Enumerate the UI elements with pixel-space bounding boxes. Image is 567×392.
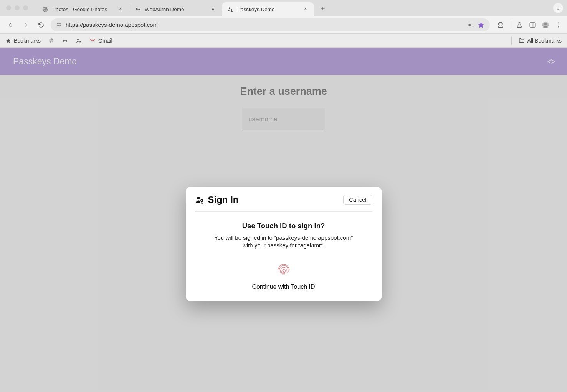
bookmark-gmail[interactable]: Gmail	[89, 38, 112, 44]
modal-description: You will be signed in to “passkeys-demo.…	[195, 234, 372, 250]
svg-rect-2	[139, 9, 140, 10]
browser-chrome: Photos - Google Photos × WebAuthn Demo ×…	[0, 0, 567, 48]
fingerprint-icon[interactable]	[274, 260, 293, 278]
signin-modal: Sign In Cancel Use Touch ID to sign in? …	[186, 187, 382, 301]
address-bar[interactable]: https://passkeys-demo.appspot.com	[51, 18, 490, 31]
svg-rect-11	[473, 25, 474, 26]
page-content: Passkeys Demo <> Enter a username Authen…	[0, 48, 567, 392]
tab-overflow-button[interactable]: ⌄	[553, 3, 563, 13]
all-bookmarks-label: All Bookmarks	[527, 38, 562, 44]
window-controls[interactable]	[6, 5, 28, 10]
site-settings-icon[interactable]	[56, 22, 62, 28]
svg-point-0	[136, 8, 137, 10]
separator	[510, 21, 510, 29]
maximize-window-icon[interactable]	[23, 5, 28, 10]
svg-point-7	[60, 25, 61, 26]
key-icon	[135, 6, 141, 12]
svg-point-26	[201, 200, 203, 202]
toolbar: https://passkeys-demo.appspot.com	[0, 16, 567, 34]
forward-button[interactable]	[20, 19, 31, 31]
svg-point-18	[558, 26, 559, 27]
gmail-icon	[89, 38, 96, 44]
back-button[interactable]	[5, 19, 16, 31]
sidepanel-icon[interactable]	[529, 21, 536, 29]
svg-rect-6	[58, 23, 61, 24]
person-key-icon	[227, 6, 233, 12]
svg-rect-21	[66, 40, 67, 41]
bookmark-photos[interactable]	[48, 38, 54, 43]
person-key-icon	[195, 195, 204, 204]
person-key-icon	[76, 38, 82, 44]
folder-icon	[519, 38, 525, 44]
pinwheel-icon	[42, 6, 48, 12]
svg-point-22	[77, 39, 79, 40]
svg-point-16	[558, 22, 559, 23]
touchid-label: Continue with Touch ID	[195, 283, 372, 290]
svg-point-3	[229, 7, 230, 9]
modal-header: Sign In Cancel	[195, 194, 372, 212]
toolbar-actions	[494, 21, 562, 29]
star-icon	[5, 38, 11, 43]
svg-point-17	[558, 24, 559, 25]
modal-body: Use Touch ID to sign in? You will be sig…	[195, 212, 372, 290]
close-window-icon[interactable]	[6, 5, 11, 10]
extensions-icon[interactable]	[497, 21, 504, 29]
profile-avatar-icon[interactable]	[542, 21, 549, 29]
close-icon[interactable]: ×	[210, 6, 216, 12]
bookmarks-menu[interactable]: Bookmarks	[5, 38, 41, 44]
url-text: https://passkeys-demo.appspot.com	[66, 21, 464, 28]
tab-title: Passkeys Demo	[237, 7, 299, 12]
svg-point-25	[197, 197, 200, 199]
minimize-window-icon[interactable]	[15, 5, 20, 10]
all-bookmarks[interactable]: All Bookmarks	[519, 38, 562, 44]
tab-passkeys[interactable]: Passkeys Demo ×	[222, 2, 314, 16]
new-tab-button[interactable]: ＋	[317, 2, 329, 14]
bookmarks-label: Bookmarks	[14, 38, 41, 44]
modal-title: Sign In	[208, 194, 239, 205]
pinwheel-icon	[48, 38, 54, 43]
tab-photos[interactable]: Photos - Google Photos ×	[37, 2, 129, 16]
tab-webauthn[interactable]: WebAuthn Demo ×	[129, 2, 222, 16]
svg-rect-8	[57, 25, 60, 26]
key-icon	[62, 38, 68, 44]
bookmark-key[interactable]	[62, 38, 68, 44]
separator	[511, 36, 512, 45]
cancel-button[interactable]: Cancel	[343, 195, 372, 205]
bookmarks-bar: Bookmarks Gmail	[0, 34, 567, 48]
svg-point-15	[544, 23, 547, 25]
menu-icon[interactable]	[555, 21, 562, 29]
svg-point-23	[79, 41, 81, 42]
tab-strip: Photos - Google Photos × WebAuthn Demo ×…	[0, 0, 567, 16]
close-icon[interactable]: ×	[303, 6, 309, 12]
bookmark-person[interactable]	[76, 38, 82, 44]
tab-title: Photos - Google Photos	[52, 7, 114, 12]
svg-point-19	[63, 40, 64, 41]
svg-point-4	[231, 9, 232, 10]
svg-point-9	[468, 24, 471, 26]
modal-heading: Use Touch ID to sign in?	[195, 222, 372, 230]
reload-button[interactable]	[35, 19, 47, 31]
svg-rect-12	[530, 23, 535, 27]
tab-title: WebAuthn Demo	[145, 7, 206, 12]
password-key-icon[interactable]	[468, 21, 474, 28]
gmail-label: Gmail	[98, 38, 112, 44]
bookmark-star-icon[interactable]	[478, 21, 484, 28]
svg-point-5	[57, 23, 58, 25]
close-icon[interactable]: ×	[117, 6, 124, 12]
labs-icon[interactable]	[516, 21, 523, 29]
